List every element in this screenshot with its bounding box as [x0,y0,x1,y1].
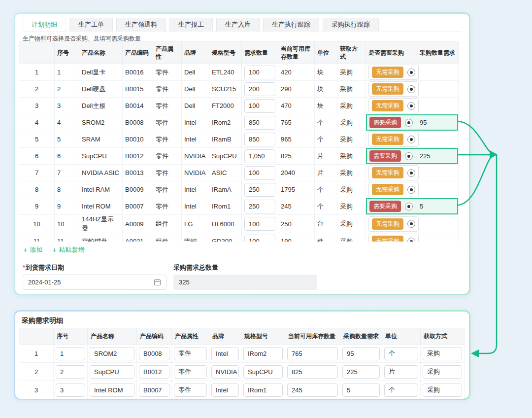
plan-table-scroll[interactable]: 序号产品名称产品编码产品属性品牌规格型号需求数量当前可用库存数量单位获取方式是否… [19,41,459,242]
brand-input[interactable]: NVIDIA [211,365,239,379]
seq-input-cell: 2 [54,363,88,381]
demand-qty-cell[interactable]: 95 [417,114,459,131]
purchase-badge[interactable]: 无需采购 [372,167,403,178]
purchase-badge[interactable]: 无需采购 [372,83,403,95]
purchase-badge[interactable]: 无需采购 [372,67,403,78]
seq-input[interactable]: 3 [56,383,85,397]
tab-2[interactable]: 生产工单 [69,18,113,31]
purchase-badge[interactable]: 无需采购 [372,134,403,145]
purchase-badge[interactable]: 需要采购 [369,117,401,128]
purchase-toggle-control[interactable]: 无需采购 [368,81,419,97]
tab-3[interactable]: 生产领退料 [116,18,166,31]
product-attr-input[interactable]: 零件 [174,365,207,379]
purchase-toggle-control[interactable]: 无需采购 [368,65,419,80]
stock-input[interactable]: 765 [287,347,338,360]
paste-add-button[interactable]: + 粘贴新增 [52,245,84,254]
purchase-table-header-row: 序号产品名称产品编码产品属性品牌规格型号当前可用库存数量采购数量需求单位获取方式 [19,328,465,345]
product-attr-input[interactable]: 零件 [174,383,207,397]
purchase-radio-icon[interactable] [407,85,415,93]
required-qty-input[interactable]: 250 [244,200,275,213]
demand-qty-input[interactable]: 95 [342,347,380,360]
purchase-toggle-control[interactable]: 无需采购 [368,132,419,147]
purchase-toggle-control[interactable]: 无需采购 [368,216,419,232]
required-qty-input[interactable]: 250 [244,183,275,197]
purchase-toggle-control[interactable]: 无需采购 [368,234,419,242]
unit-input[interactable]: 片 [384,365,418,379]
product-code-input[interactable]: B0007 [139,383,169,397]
product-attr-input[interactable]: 零件 [174,347,207,360]
method-input[interactable]: 采购 [423,383,462,397]
product-code-cell: B0013 [123,165,153,181]
demand-qty-cell[interactable]: 225 [417,148,459,165]
purchase-toggle-control[interactable]: 无需采购 [368,182,419,197]
seq-cell: 8 [55,181,79,198]
demand-qty-input[interactable]: 5 [342,383,380,397]
purchase-badge[interactable]: 无需采购 [372,218,403,230]
stock-input[interactable]: 245 [287,383,338,397]
need-purchase-cell: 无需采购 [366,215,417,233]
tab-4[interactable]: 生产报工 [169,18,213,31]
tab-6[interactable]: 生产执行跟踪 [263,18,319,31]
purchase-radio-icon[interactable] [407,238,415,242]
purchase-toggle-control[interactable]: 需要采购 [368,199,414,213]
demand-qty-input[interactable]: 225 [342,365,380,379]
required-qty-input[interactable]: 100 [244,99,275,113]
purchase-badge[interactable]: 无需采购 [372,100,403,111]
method-input-cell: 采购 [421,381,465,399]
product-name-input[interactable]: SROM2 [90,347,134,360]
spec-input-cell: SupCPU [241,363,285,381]
arrowhead-right-icon [490,150,498,159]
purchase-toggle: 无需采购 [368,182,414,197]
purchase-toggle-control[interactable]: 无需采购 [368,165,419,180]
purchase-badge[interactable]: 无需采购 [372,184,403,195]
product-code-input[interactable]: B0012 [139,365,169,379]
method-input[interactable]: 采购 [423,365,462,379]
brand-input[interactable]: Intel [211,347,239,360]
product-code-input[interactable]: B0008 [139,347,169,360]
method-input[interactable]: 采购 [423,347,462,360]
spec-input[interactable]: IRom1 [243,383,283,397]
seq-input[interactable]: 2 [56,365,85,379]
demand-qty-cell[interactable]: 5 [417,198,459,215]
purchase-radio-icon[interactable] [405,119,413,127]
purchase-badge[interactable]: 无需采购 [372,236,403,242]
add-row-button[interactable]: + 添加 [23,245,42,254]
required-qty-input[interactable]: 100 [244,166,275,180]
brand-input[interactable]: Intel [211,383,239,397]
tab-5[interactable]: 生产入库 [216,18,260,31]
purchase-toggle-control[interactable]: 无需采购 [368,98,419,113]
purchase-radio-icon[interactable] [405,203,413,210]
purchase-radio-icon[interactable] [407,220,415,228]
purchase-toggle-control[interactable]: 需要采购 [368,115,414,130]
purchase-radio-icon[interactable] [407,102,415,110]
unit-input[interactable]: 个 [384,383,418,397]
required-qty-input[interactable]: 100 [244,217,275,231]
spec-input[interactable]: SupCPU [243,365,283,379]
unit-input[interactable]: 个 [384,347,418,360]
product-name-input[interactable]: SupCPU [90,365,134,379]
purchase-radio-icon[interactable] [407,69,415,76]
tab-1[interactable]: 计划明细 [23,18,66,31]
required-qty-input[interactable]: 1,050 [244,149,275,163]
required-qty-input[interactable]: 100 [244,66,275,79]
purchase-badge[interactable]: 需要采购 [369,150,401,162]
product-name-input[interactable]: Intel ROM [90,383,134,397]
purchase-radio-icon[interactable] [405,152,413,160]
required-qty-input[interactable]: 850 [244,133,275,146]
purchase-radio-icon[interactable] [407,169,415,177]
spec-cell: GD200 [209,233,242,242]
calendar-icon[interactable] [154,279,161,286]
required-qty-input[interactable]: 200 [244,82,275,96]
purchase-radio-icon[interactable] [407,136,415,143]
purchase-badge[interactable]: 需要采购 [369,201,401,212]
arrival-date-input[interactable]: 2024-01-25 [23,275,166,290]
spec-input[interactable]: IRom2 [243,347,283,360]
tab-7[interactable]: 采购执行跟踪 [323,18,379,31]
stock-input[interactable]: 825 [287,365,338,379]
seq-input[interactable]: 1 [56,347,85,360]
purchase-radio-icon[interactable] [407,186,415,194]
required-qty-input[interactable]: 850 [244,116,275,130]
required-qty-input[interactable]: 100 [244,235,275,242]
method-cell: 采购 [337,233,366,242]
purchase-toggle-control[interactable]: 需要采购 [368,149,414,163]
